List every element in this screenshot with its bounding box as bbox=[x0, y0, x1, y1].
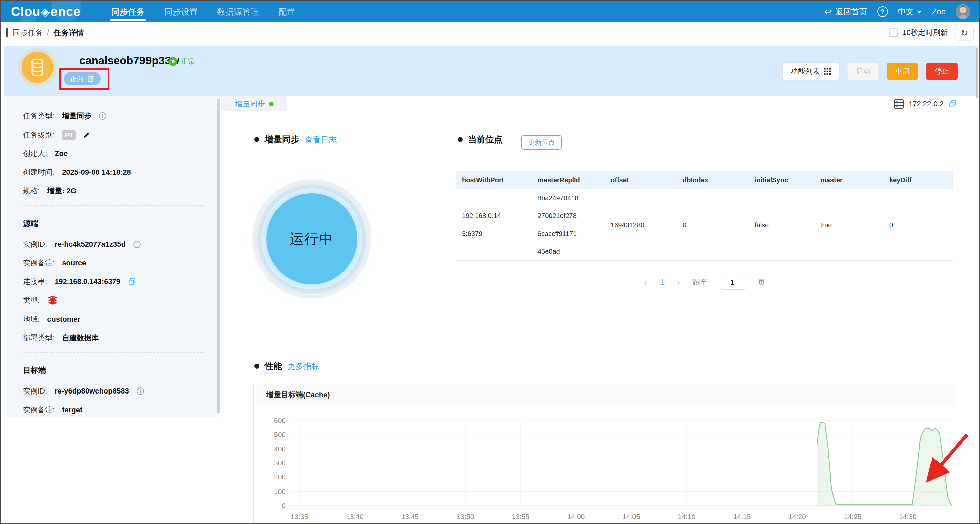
info-value: Zoe bbox=[54, 149, 68, 158]
chart-header: 增量目标端(Cache) bbox=[253, 384, 955, 405]
pagination-page-1[interactable]: 1 bbox=[660, 278, 664, 287]
redis-icon bbox=[47, 296, 58, 305]
info-value: 2025-09-08 14:18:28 bbox=[62, 168, 131, 177]
breadcrumb-marker bbox=[6, 28, 8, 37]
incremental-title: 增量同步 bbox=[264, 134, 299, 145]
info-icon[interactable] bbox=[137, 387, 145, 395]
tab-status-dot bbox=[269, 102, 274, 107]
svg-text:14:00: 14:00 bbox=[567, 513, 585, 520]
username-label[interactable]: Zoe bbox=[932, 7, 945, 16]
source-group-title: 源端 bbox=[23, 218, 212, 229]
svg-text:13:35: 13:35 bbox=[291, 513, 309, 520]
update-position-button[interactable]: 更新位点 bbox=[522, 135, 562, 150]
breadcrumb: 同步任务 / 任务详情 bbox=[6, 22, 84, 43]
database-task-icon bbox=[22, 51, 53, 83]
performance-chart-card: 增量目标端(Cache) 13:3513:4013:4513:5013:5514… bbox=[253, 384, 955, 523]
info-label: 任务级别: bbox=[23, 130, 54, 140]
info-value: 192.168.0.143:6379 bbox=[54, 277, 121, 286]
tab-label: 增量同步 bbox=[235, 99, 265, 109]
info-icon[interactable] bbox=[99, 112, 107, 120]
nav-tab-0[interactable]: 同步任务 bbox=[111, 1, 145, 22]
stop-button[interactable]: 停止 bbox=[926, 62, 958, 80]
dashed-divider bbox=[23, 205, 205, 206]
svg-text:14:25: 14:25 bbox=[844, 513, 862, 520]
nav-tab-label: 同步任务 bbox=[111, 6, 145, 18]
app-logo[interactable]: Clou◈ence bbox=[11, 1, 81, 22]
target-group-title: 目标端 bbox=[23, 365, 212, 376]
pagination-prev[interactable]: ‹ bbox=[644, 276, 647, 290]
breadcrumb-row: 同步任务 / 任务详情 10秒定时刷新 ↻ bbox=[1, 22, 979, 43]
logo-text-prefix: Clou bbox=[11, 5, 40, 19]
svg-text:500: 500 bbox=[274, 431, 286, 438]
server-ip: 172.22.0.2 bbox=[909, 100, 943, 108]
back-home-link[interactable]: ↩ 返回首页 bbox=[824, 6, 867, 18]
sidebar-info-row: 规格:增量: 2G bbox=[23, 187, 212, 196]
database-cylinder-icon bbox=[29, 58, 46, 76]
section-bullet bbox=[458, 137, 463, 142]
more-metrics-link[interactable]: 更多指标 bbox=[287, 361, 320, 372]
svg-text:200: 200 bbox=[274, 473, 286, 481]
start-label: 启动 bbox=[856, 66, 870, 76]
position-section-header: 当前位点 bbox=[458, 134, 503, 145]
direction-tag[interactable]: 正向 bbox=[64, 72, 101, 85]
nav-tab-2[interactable]: 数据源管理 bbox=[217, 1, 259, 22]
info-icon[interactable] bbox=[133, 240, 141, 248]
copy-icon[interactable] bbox=[948, 100, 957, 108]
svg-text:13:40: 13:40 bbox=[346, 513, 364, 520]
pagination: ‹ 1 › 跳至 页 bbox=[456, 274, 953, 291]
sidebar-info-row: 创建人:Zoe bbox=[23, 149, 212, 158]
server-info: 172.22.0.2 bbox=[894, 96, 957, 111]
feature-list-button[interactable]: 功能列表 bbox=[782, 62, 839, 80]
nav-tab-1[interactable]: 同步设置 bbox=[164, 1, 198, 22]
dashed-divider bbox=[23, 352, 205, 353]
table-header-cell: offset bbox=[605, 176, 677, 184]
svg-text:13:45: 13:45 bbox=[401, 513, 419, 520]
auto-refresh-checkbox[interactable] bbox=[889, 29, 898, 37]
main-tab-strip: 增量同步 172.22.0.2 bbox=[220, 96, 979, 111]
svg-text:600: 600 bbox=[274, 417, 286, 424]
info-label: 实例备注: bbox=[23, 405, 54, 415]
help-glyph: ? bbox=[881, 8, 885, 15]
info-label: 实例ID: bbox=[23, 386, 47, 396]
pagination-unit-label: 页 bbox=[757, 277, 765, 287]
avatar[interactable] bbox=[956, 4, 970, 19]
feature-list-label: 功能列表 bbox=[791, 66, 820, 76]
refresh-button[interactable]: ↻ bbox=[955, 25, 974, 40]
app-window: Clou◈ence 同步任务同步设置数据源管理配置 ↩ 返回首页 ? 中文 Zo… bbox=[0, 0, 980, 524]
position-table: hostWithPortmasterReplIdoffsetdbIndexini… bbox=[456, 170, 953, 261]
view-log-link[interactable]: 查看日志 bbox=[305, 134, 337, 145]
task-action-buttons: 功能列表 启动 重启 停止 bbox=[782, 62, 958, 80]
help-icon[interactable]: ? bbox=[877, 6, 888, 17]
sidebar-scrollbar[interactable] bbox=[217, 99, 220, 413]
svg-text:14:10: 14:10 bbox=[678, 513, 696, 520]
language-selector[interactable]: 中文 bbox=[898, 6, 922, 17]
table-header-row: hostWithPortmasterReplIdoffsetdbIndexini… bbox=[456, 170, 953, 190]
info-value: customer bbox=[47, 315, 80, 323]
restart-button[interactable]: 重启 bbox=[887, 62, 918, 80]
svg-text:300: 300 bbox=[274, 459, 286, 467]
edit-icon bbox=[87, 75, 95, 82]
info-value: re-y6dp80wchop8583 bbox=[54, 387, 129, 395]
chart-title: 增量目标端(Cache) bbox=[266, 390, 330, 400]
edit-pencil-icon[interactable] bbox=[83, 131, 90, 139]
pagination-next[interactable]: › bbox=[677, 276, 680, 290]
nav-tab-3[interactable]: 配置 bbox=[278, 1, 295, 22]
table-cell-hostWithPort: 192.168.0.143:6379 bbox=[456, 207, 532, 243]
page-scrollbar[interactable] bbox=[976, 48, 978, 98]
svg-text:13:55: 13:55 bbox=[512, 513, 530, 520]
back-arrow-icon: ↩ bbox=[824, 6, 832, 18]
svg-text:14:20: 14:20 bbox=[788, 513, 806, 520]
info-label: 地域: bbox=[23, 314, 40, 324]
svg-text:100: 100 bbox=[274, 487, 286, 495]
pagination-jump-input[interactable] bbox=[720, 275, 745, 290]
breadcrumb-root[interactable]: 同步任务 bbox=[13, 28, 43, 38]
table-header-cell: keyDiff bbox=[884, 176, 953, 184]
nav-tabs: 同步任务同步设置数据源管理配置 bbox=[111, 1, 295, 22]
copy-icon[interactable] bbox=[128, 277, 137, 286]
start-button[interactable]: 启动 bbox=[847, 62, 879, 80]
tab-incremental-sync[interactable]: 增量同步 bbox=[221, 96, 287, 111]
info-label: 创建人: bbox=[23, 148, 47, 159]
svg-text:14:05: 14:05 bbox=[622, 513, 640, 520]
refresh-zone: 10秒定时刷新 ↻ bbox=[889, 25, 974, 40]
info-label: 类型: bbox=[23, 295, 40, 306]
